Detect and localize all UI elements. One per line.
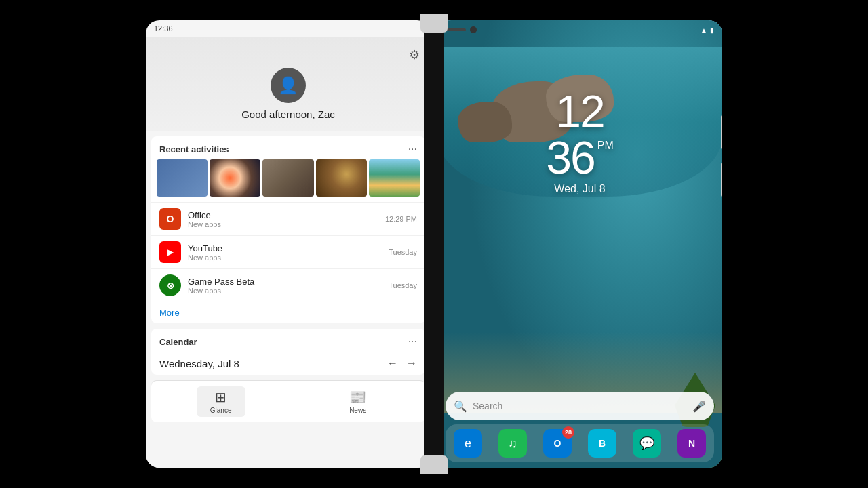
hinge: [424, 14, 444, 474]
clock-hour: 12: [546, 88, 614, 134]
right-status-bar: ▲ ▮: [437, 20, 722, 39]
office-info: Office New apps: [188, 210, 378, 228]
volume-button[interactable]: [721, 163, 722, 197]
edge-icon: e: [465, 436, 471, 451]
camera-dot: [470, 26, 477, 33]
recent-activities-card: Recent activities ··· O: [151, 136, 425, 323]
greeting-text: Good afternoon, Zac: [241, 108, 335, 120]
gamepass-sub: New apps: [188, 287, 382, 295]
speaker-bar: [446, 28, 466, 31]
calendar-prev-button[interactable]: ←: [387, 357, 398, 369]
dual-screen-device: 12:36 ⚙ 👤 Good afternoon, Zac Recent act…: [139, 14, 729, 474]
profile-top: ⚙: [157, 47, 420, 62]
hinge-connector-top: [420, 14, 448, 33]
clock-minute: 36: [546, 134, 595, 180]
right-clock: 12 36 PM Wed, Jul 8: [546, 88, 614, 195]
bottom-navigation: ⊞ Glance 📰 News: [151, 380, 425, 422]
clock-date: Wed, Jul 8: [546, 183, 614, 195]
calendar-date-nav: Wednesday, Jul 8 ← →: [151, 352, 425, 375]
calendar-card: Calendar ··· Wednesday, Jul 8 ← →: [151, 329, 425, 375]
mic-icon[interactable]: 🎤: [692, 400, 706, 413]
dock-outlook[interactable]: O 28: [543, 429, 572, 458]
calendar-header: Calendar ···: [151, 329, 425, 352]
news-label: News: [349, 407, 366, 414]
outlook-icon: O: [554, 438, 561, 449]
status-icons: ▲ ▮: [701, 26, 714, 34]
power-button[interactable]: [721, 115, 722, 149]
left-screen: 12:36 ⚙ 👤 Good afternoon, Zac Recent act…: [146, 20, 431, 468]
rock-2: [458, 102, 512, 142]
onenote-icon: N: [688, 438, 695, 449]
clock-ampm: PM: [597, 140, 614, 152]
news-icon: 📰: [349, 389, 366, 405]
activities-header: Recent activities ···: [151, 136, 425, 159]
youtube-info: YouTube New apps: [188, 243, 382, 262]
hinge-connector-bottom: [420, 455, 448, 474]
glance-label: Glance: [210, 407, 232, 414]
activities-more-button[interactable]: ···: [408, 143, 417, 155]
battery-icon: ▮: [710, 26, 714, 34]
activity-youtube[interactable]: ▶ YouTube New apps Tuesday: [151, 235, 425, 268]
photo-thumbnail-2[interactable]: [210, 159, 260, 197]
calendar-next-button[interactable]: →: [406, 357, 417, 369]
spotify-icon: ♫: [508, 436, 517, 451]
calendar-title: Calendar: [159, 337, 197, 347]
photo-thumbnail-5[interactable]: [369, 159, 420, 197]
dock-edge[interactable]: e: [454, 429, 482, 458]
nav-glance[interactable]: ⊞ Glance: [197, 386, 245, 417]
search-bar[interactable]: 🔍 Search 🎤: [446, 392, 714, 420]
gamepass-name: Game Pass Beta: [188, 277, 382, 287]
dock-bookings[interactable]: B: [588, 429, 616, 458]
glance-icon: ⊞: [215, 389, 226, 405]
activity-office[interactable]: O Office New apps 12:29 PM: [151, 202, 425, 235]
photo-thumbnail-4[interactable]: [316, 159, 367, 197]
left-content: ⚙ 👤 Good afternoon, Zac Recent activitie…: [146, 37, 431, 468]
photo-strip: [151, 159, 425, 202]
wifi-icon: ▲: [701, 26, 707, 34]
activity-gamepass[interactable]: ⊗ Game Pass Beta New apps Tuesday: [151, 268, 425, 302]
office-name: Office: [188, 210, 378, 220]
left-time: 12:36: [154, 24, 173, 33]
office-time: 12:29 PM: [385, 215, 417, 223]
youtube-name: YouTube: [188, 243, 382, 253]
user-icon: 👤: [278, 76, 298, 95]
camera-bar: [446, 26, 477, 33]
clock-minute-row: 36 PM: [546, 134, 614, 180]
left-status-bar: 12:36: [146, 20, 431, 37]
search-placeholder: Search: [473, 401, 687, 411]
activities-title: Recent activities: [159, 144, 229, 155]
calendar-date: Wednesday, Jul 8: [159, 358, 379, 369]
dock-spotify[interactable]: ♫: [498, 429, 527, 458]
ellipsis-icon: ···: [408, 143, 417, 155]
nav-news[interactable]: 📰 News: [336, 386, 380, 417]
app-dock: e ♫ O 28 B 💬 N: [446, 424, 714, 462]
youtube-sub: New apps: [188, 253, 382, 262]
avatar[interactable]: 👤: [271, 68, 306, 103]
gear-icon: ⚙: [409, 48, 420, 62]
more-link[interactable]: More: [151, 302, 425, 323]
photo-thumbnail-1[interactable]: [157, 159, 208, 197]
right-screen: ▲ ▮ 12 36 PM Wed, Jul 8 🔍 Search 🎤 e ♫: [437, 20, 722, 468]
gamepass-info: Game Pass Beta New apps: [188, 277, 382, 295]
youtube-icon: ▶: [159, 241, 181, 263]
office-icon: O: [159, 208, 181, 230]
calendar-more-button[interactable]: ···: [408, 336, 417, 348]
search-icon: 🔍: [454, 400, 467, 413]
messages-icon: 💬: [639, 436, 654, 451]
photo-thumbnail-3[interactable]: [262, 159, 313, 197]
gamepass-time: Tuesday: [389, 281, 417, 289]
office-sub: New apps: [188, 220, 378, 228]
outlook-badge: 28: [562, 426, 574, 439]
bookings-icon: B: [599, 438, 606, 449]
settings-button[interactable]: ⚙: [409, 47, 420, 62]
profile-section: ⚙ 👤 Good afternoon, Zac: [146, 37, 431, 131]
gamepass-icon: ⊗: [159, 274, 181, 296]
dock-messages[interactable]: 💬: [633, 429, 661, 458]
dock-onenote[interactable]: N: [677, 429, 706, 458]
youtube-time: Tuesday: [389, 248, 417, 256]
